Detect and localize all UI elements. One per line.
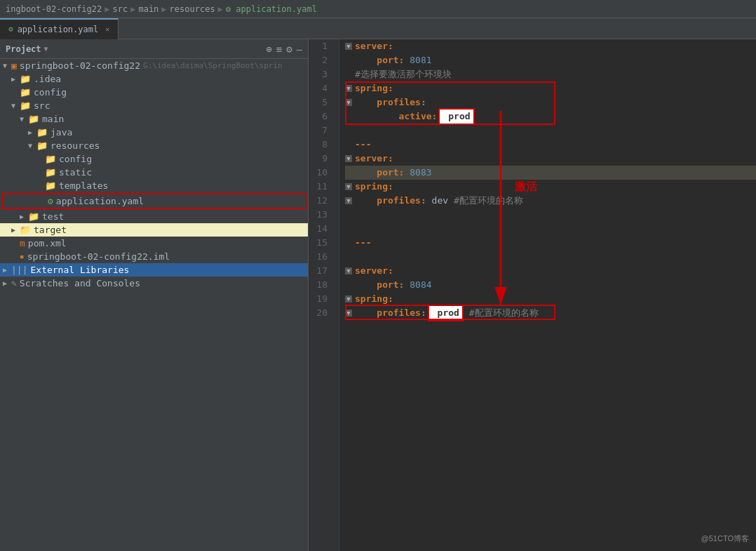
fold-icon-17[interactable]: ▼ — [345, 267, 352, 274]
tree-item-label: resources — [50, 140, 100, 151]
code-line-19: ▼ spring: — [345, 292, 756, 306]
sidebar-toolbar: ⊕ ≡ ⚙ — — [266, 44, 302, 55]
code-line-15: --- — [345, 236, 756, 250]
folder-icon: 📁 — [45, 180, 56, 191]
fold-icon-12[interactable]: ▼ — [345, 197, 352, 204]
tree-item-resources[interactable]: ▼ 📁 resources — [0, 139, 308, 152]
scratches-icon: ✎ — [11, 278, 17, 288]
collapse-icon[interactable]: ≡ — [276, 44, 282, 55]
code-line-17: ▼ server: — [345, 264, 756, 278]
code-line-6: active: prod — [345, 109, 756, 124]
tree-item-label: springboot-02-config22.iml — [27, 251, 170, 262]
fold-icon-4[interactable]: ▼ — [345, 85, 352, 92]
code-line-4: ▼ spring: — [345, 81, 756, 95]
tree-item-label: config — [34, 87, 67, 98]
tree-item-test[interactable]: ▶ 📁 test — [0, 210, 308, 223]
source-root-icon: 📁 — [36, 127, 48, 138]
iml-icon: ▪ — [20, 252, 25, 261]
folder-icon: 📁 — [28, 114, 39, 124]
tree-item-label: main — [42, 114, 64, 124]
tree-item-root[interactable]: ▼ ▣ springboot-02-config22 G:\idea\daima… — [0, 59, 308, 72]
tree-item-target[interactable]: ▶ 📁 target — [0, 223, 308, 237]
tree-item-external-libraries[interactable]: ▶ ||| External Libraries — [0, 263, 308, 277]
tree-item-templates[interactable]: 📁 templates — [0, 179, 308, 192]
folder-icon: 📁 — [20, 100, 31, 111]
tree-item-label: application.yaml — [56, 196, 144, 206]
main-layout: Project ▼ ⊕ ≡ ⚙ — ▼ ▣ springboot-02-conf… — [0, 39, 756, 551]
breadcrumb: ingboot-02-config22 ▶ src ▶ main ▶ resou… — [0, 0, 756, 18]
watermark: @51CTO博客 — [701, 533, 749, 544]
code-line-9: ▼ server: — [345, 152, 756, 166]
code-editor: 1 2 3 4 5 6 7 8 9 10 11 12 13 14 15 16 1… — [309, 39, 756, 551]
code-line-10: port: 8083 — [345, 166, 756, 180]
fold-icon-5[interactable]: ▼ — [345, 99, 352, 106]
folder-icon: 📁 — [45, 167, 56, 178]
tree-item-path: G:\idea\daima\SpringBoot\sprin — [143, 61, 283, 70]
code-line-5: ▼ profiles: — [345, 95, 756, 109]
tab-label: application.yaml — [18, 25, 99, 34]
tree-item-pom[interactable]: m pom.xml — [0, 237, 308, 250]
code-line-16 — [345, 250, 756, 264]
project-sidebar: Project ▼ ⊕ ≡ ⚙ — ▼ ▣ springboot-02-conf… — [0, 39, 309, 551]
folder-icon: 📁 — [28, 211, 39, 222]
tree-item-label: .idea — [34, 74, 61, 84]
tab-close-button[interactable]: ✕ — [105, 25, 109, 33]
tree-item-label: java — [50, 127, 72, 138]
tree-item-scratches[interactable]: ▶ ✎ Scratches and Consoles — [0, 277, 308, 290]
module-icon: ▣ — [11, 60, 17, 71]
hide-icon[interactable]: — — [297, 44, 302, 55]
fold-icon-20[interactable]: ▼ — [345, 310, 352, 317]
xml-icon: m — [20, 238, 25, 248]
code-line-13 — [345, 208, 756, 222]
target-folder-icon: 📁 — [20, 225, 31, 235]
folder-icon: 📁 — [20, 87, 31, 98]
prod-value: prod — [428, 305, 464, 321]
tree-item-label: Scratches and Consoles — [20, 278, 140, 288]
yaml-icon: ⚙ — [48, 196, 53, 206]
code-line-7 — [345, 124, 756, 138]
fold-icon-19[interactable]: ▼ — [345, 296, 352, 303]
tree-item-main[interactable]: ▼ 📁 main — [0, 112, 308, 126]
fold-icon-9[interactable]: ▼ — [345, 155, 352, 162]
fold-icon-11[interactable]: ▼ — [345, 183, 352, 190]
project-tree: ▼ ▣ springboot-02-config22 G:\idea\daima… — [0, 59, 308, 290]
code-line-8: --- — [345, 138, 756, 152]
tree-item-static[interactable]: 📁 static — [0, 166, 308, 179]
line-numbers: 1 2 3 4 5 6 7 8 9 10 11 12 13 14 15 16 1… — [309, 39, 339, 551]
code-line-14 — [345, 222, 756, 236]
tree-item-label: springboot-02-config22 — [20, 60, 140, 71]
active-prod-value: prod — [438, 108, 474, 125]
sidebar-header: Project ▼ ⊕ ≡ ⚙ — — [0, 39, 308, 59]
folder-icon: 📁 — [45, 154, 56, 164]
tab-bar: ⚙ application.yaml ✕ — [0, 18, 756, 39]
tree-item-label: src — [34, 100, 50, 111]
tree-item-label: static — [59, 167, 92, 178]
editor-area: 1 2 3 4 5 6 7 8 9 10 11 12 13 14 15 16 1… — [309, 39, 756, 551]
code-line-18: port: 8084 — [345, 278, 756, 292]
tree-item-label: target — [34, 225, 67, 235]
fold-icon[interactable]: ▼ — [345, 43, 352, 50]
tree-item-application-yaml[interactable]: ⚙ application.yaml — [1, 193, 306, 209]
tree-item-java[interactable]: ▶ 📁 java — [0, 126, 308, 139]
tree-item-iml[interactable]: ▪ springboot-02-config22.iml — [0, 250, 308, 263]
code-line-11: ▼ spring: — [345, 180, 756, 194]
tree-item-label: pom.xml — [28, 238, 67, 248]
code-content: ▼ server: port: 8081 #选择要激活那个环境块 ▼ — [339, 39, 756, 551]
resources-root-icon: 📁 — [36, 140, 48, 151]
tree-item-res-config[interactable]: 📁 config — [0, 152, 308, 166]
code-line-20: ▼ profiles: prod #配置环境的名称 — [345, 306, 756, 320]
tree-item-label: test — [42, 211, 64, 222]
tree-item-src[interactable]: ▼ 📁 src — [0, 99, 308, 112]
tree-item-label: External Libraries — [30, 265, 129, 275]
settings-icon[interactable]: ⚙ — [286, 44, 292, 55]
yaml-file-icon: ⚙ — [8, 25, 13, 34]
ext-lib-icon: ||| — [11, 265, 27, 275]
tree-item-idea[interactable]: ▶ 📁 .idea — [0, 72, 308, 86]
code-line-1: ▼ server: — [345, 39, 756, 53]
tree-item-label: templates — [59, 180, 108, 191]
tree-item-config[interactable]: 📁 config — [0, 86, 308, 99]
locate-icon[interactable]: ⊕ — [266, 44, 271, 55]
code-line-12: ▼ profiles: dev #配置环境的名称 — [345, 194, 756, 208]
tab-application-yaml[interactable]: ⚙ application.yaml ✕ — [0, 18, 119, 39]
sidebar-title: Project ▼ — [6, 44, 48, 54]
